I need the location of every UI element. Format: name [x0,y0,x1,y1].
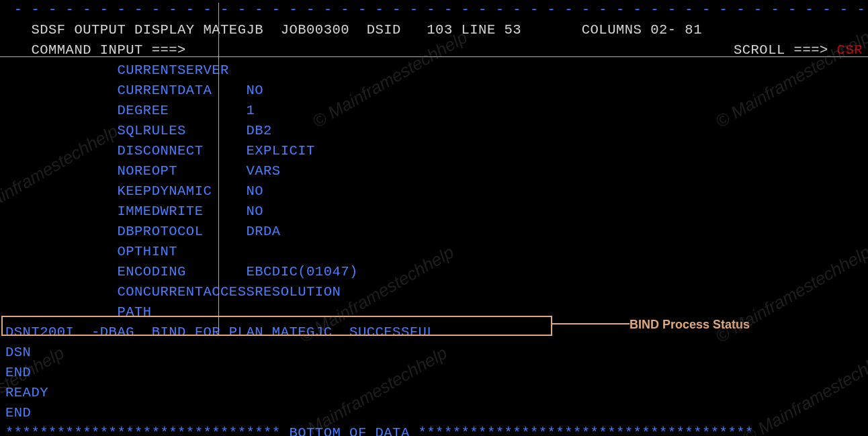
output-row: CONCURRENTACCESSRESOLUTION [0,282,868,302]
output-row: DSN [0,343,868,363]
output-row: END [0,403,868,423]
command-label: COMMAND INPUT ===> [5,42,186,58]
output-row: READY [0,383,868,403]
output-row: END [0,363,868,383]
output-row: IMMEDWRITE NO [0,202,868,222]
stars-left: ******************************** [5,425,289,436]
bottom-of-data: ******************************** BOTTOM … [0,423,868,436]
output-row: NOREOPT VARS [0,161,868,181]
output-row: CURRENTSERVER [0,60,868,81]
top-dashes: - - - - - - - - - - - - - - - - - - - - … [0,0,868,20]
sdsf-header: SDSF OUTPUT DISPLAY MATEGJB JOB00300 DSI… [0,20,868,40]
header-underline [0,56,868,57]
bottom-label: BOTTOM OF DATA [289,425,409,436]
output-row: CURRENTDATA NO [0,81,868,101]
output-row: KEEPDYNAMIC NO [0,181,868,202]
callout-label: BIND Process Status [630,314,750,335]
callout-connector [552,323,630,324]
output-row: DISCONNECT EXPLICIT [0,141,868,161]
scroll-label: SCROLL ===> [734,42,837,58]
output-row: ENCODING EBCDIC(01047) [0,262,868,282]
output-row: DEGREE 1 [0,101,868,121]
vertical-rule [218,3,219,336]
stars-right: *************************************** [410,425,754,436]
scroll-block[interactable]: SCROLL ===> CSR [734,40,863,60]
sdsf-title: SDSF OUTPUT DISPLAY MATEGJB JOB00300 DSI… [5,22,702,38]
scroll-value[interactable]: CSR [837,42,863,58]
output-row: SQLRULES DB2 [0,121,868,141]
output-row: OPTHINT [0,242,868,262]
output-row: DBPROTOCOL DRDA [0,222,868,242]
